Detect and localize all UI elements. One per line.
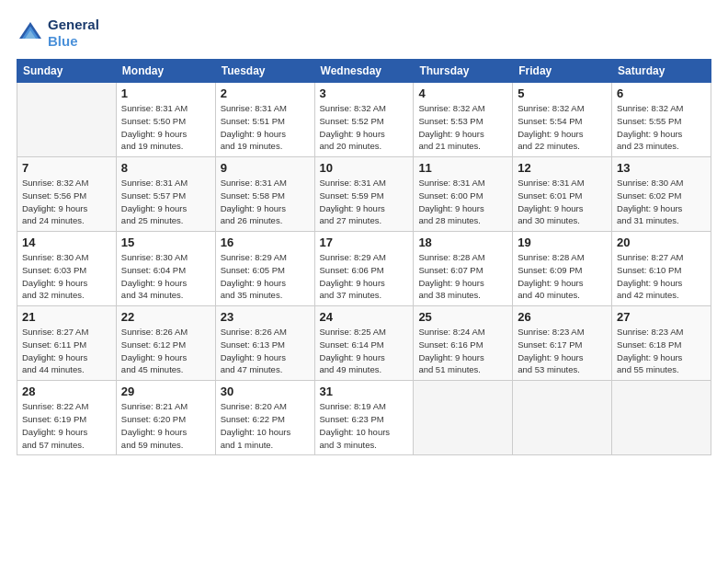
day-info: Sunrise: 8:23 AM Sunset: 6:17 PM Dayligh…: [518, 326, 607, 376]
calendar-cell: 30Sunrise: 8:20 AM Sunset: 6:22 PM Dayli…: [215, 381, 314, 455]
day-number: 12: [518, 161, 607, 175]
calendar-cell: 2Sunrise: 8:31 AM Sunset: 5:51 PM Daylig…: [215, 83, 314, 157]
day-info: Sunrise: 8:32 AM Sunset: 5:53 PM Dayligh…: [418, 102, 507, 153]
day-info: Sunrise: 8:21 AM Sunset: 6:20 PM Dayligh…: [121, 400, 210, 451]
calendar-cell: 25Sunrise: 8:24 AM Sunset: 6:16 PM Dayli…: [414, 306, 513, 381]
day-number: 18: [418, 236, 507, 249]
day-info: Sunrise: 8:30 AM Sunset: 6:03 PM Dayligh…: [22, 251, 111, 302]
page-container: General Blue SundayMondayTuesdayWednesda…: [0, 0, 728, 465]
day-info: Sunrise: 8:32 AM Sunset: 5:52 PM Dayligh…: [320, 102, 409, 153]
day-number: 5: [518, 86, 607, 100]
calendar-cell: 18Sunrise: 8:28 AM Sunset: 6:07 PM Dayli…: [414, 232, 513, 306]
calendar-cell: 10Sunrise: 8:31 AM Sunset: 5:59 PM Dayli…: [314, 157, 414, 232]
day-info: Sunrise: 8:27 AM Sunset: 6:10 PM Dayligh…: [617, 251, 706, 302]
day-number: 19: [518, 236, 607, 249]
calendar-header-row: SundayMondayTuesdayWednesdayThursdayFrid…: [17, 60, 711, 83]
day-number: 16: [221, 236, 310, 249]
day-number: 3: [320, 86, 409, 100]
day-number: 24: [320, 310, 409, 324]
column-header-friday: Friday: [513, 60, 612, 83]
calendar-cell: 1Sunrise: 8:31 AM Sunset: 5:50 PM Daylig…: [116, 83, 215, 157]
day-info: Sunrise: 8:25 AM Sunset: 6:14 PM Dayligh…: [320, 326, 409, 376]
day-number: 14: [22, 236, 111, 249]
calendar-cell: 27Sunrise: 8:23 AM Sunset: 6:18 PM Dayli…: [612, 306, 711, 381]
calendar-cell: 5Sunrise: 8:32 AM Sunset: 5:54 PM Daylig…: [513, 83, 612, 157]
calendar-table: SundayMondayTuesdayWednesdayThursdayFrid…: [17, 59, 711, 455]
day-info: Sunrise: 8:30 AM Sunset: 6:02 PM Dayligh…: [617, 177, 706, 227]
week-row-2: 7Sunrise: 8:32 AM Sunset: 5:56 PM Daylig…: [17, 157, 711, 232]
day-info: Sunrise: 8:32 AM Sunset: 5:55 PM Dayligh…: [617, 102, 706, 153]
day-number: 2: [221, 86, 310, 100]
day-number: 27: [617, 310, 706, 324]
day-number: 4: [418, 86, 507, 100]
week-row-3: 14Sunrise: 8:30 AM Sunset: 6:03 PM Dayli…: [17, 232, 711, 306]
day-number: 28: [22, 385, 111, 398]
day-info: Sunrise: 8:28 AM Sunset: 6:09 PM Dayligh…: [518, 251, 607, 302]
day-info: Sunrise: 8:31 AM Sunset: 5:51 PM Dayligh…: [221, 102, 310, 153]
calendar-cell: 3Sunrise: 8:32 AM Sunset: 5:52 PM Daylig…: [314, 83, 414, 157]
day-info: Sunrise: 8:30 AM Sunset: 6:04 PM Dayligh…: [121, 251, 210, 302]
calendar-cell: 21Sunrise: 8:27 AM Sunset: 6:11 PM Dayli…: [17, 306, 117, 381]
calendar-cell: 15Sunrise: 8:30 AM Sunset: 6:04 PM Dayli…: [116, 232, 215, 306]
day-number: 22: [121, 310, 210, 324]
calendar-cell: 13Sunrise: 8:30 AM Sunset: 6:02 PM Dayli…: [612, 157, 711, 232]
day-number: 23: [221, 310, 310, 324]
day-info: Sunrise: 8:31 AM Sunset: 5:59 PM Dayligh…: [320, 177, 409, 227]
day-info: Sunrise: 8:31 AM Sunset: 6:00 PM Dayligh…: [418, 177, 507, 227]
calendar-cell: 26Sunrise: 8:23 AM Sunset: 6:17 PM Dayli…: [513, 306, 612, 381]
day-info: Sunrise: 8:29 AM Sunset: 6:05 PM Dayligh…: [221, 251, 310, 302]
day-info: Sunrise: 8:32 AM Sunset: 5:54 PM Dayligh…: [518, 102, 607, 153]
day-info: Sunrise: 8:20 AM Sunset: 6:22 PM Dayligh…: [221, 400, 310, 451]
calendar-cell: [513, 381, 612, 455]
calendar-cell: 19Sunrise: 8:28 AM Sunset: 6:09 PM Dayli…: [513, 232, 612, 306]
day-number: 29: [121, 385, 210, 398]
logo-text: General Blue: [48, 17, 99, 50]
day-number: 25: [418, 310, 507, 324]
column-header-monday: Monday: [116, 60, 215, 83]
calendar-cell: 28Sunrise: 8:22 AM Sunset: 6:19 PM Dayli…: [17, 381, 117, 455]
week-row-5: 28Sunrise: 8:22 AM Sunset: 6:19 PM Dayli…: [17, 381, 711, 455]
logo: General Blue: [17, 17, 99, 50]
day-number: 11: [418, 161, 507, 175]
week-row-1: 1Sunrise: 8:31 AM Sunset: 5:50 PM Daylig…: [17, 83, 711, 157]
logo-icon: [17, 19, 44, 47]
day-info: Sunrise: 8:19 AM Sunset: 6:23 PM Dayligh…: [320, 400, 409, 451]
day-number: 30: [221, 385, 310, 398]
day-info: Sunrise: 8:31 AM Sunset: 5:58 PM Dayligh…: [221, 177, 310, 227]
day-info: Sunrise: 8:32 AM Sunset: 5:56 PM Dayligh…: [22, 177, 111, 227]
calendar-cell: 29Sunrise: 8:21 AM Sunset: 6:20 PM Dayli…: [116, 381, 215, 455]
calendar-cell: 23Sunrise: 8:26 AM Sunset: 6:13 PM Dayli…: [215, 306, 314, 381]
calendar-cell: 12Sunrise: 8:31 AM Sunset: 6:01 PM Dayli…: [513, 157, 612, 232]
calendar-cell: 31Sunrise: 8:19 AM Sunset: 6:23 PM Dayli…: [314, 381, 414, 455]
day-number: 31: [320, 385, 409, 398]
calendar-cell: 4Sunrise: 8:32 AM Sunset: 5:53 PM Daylig…: [414, 83, 513, 157]
day-number: 15: [121, 236, 210, 249]
day-info: Sunrise: 8:24 AM Sunset: 6:16 PM Dayligh…: [418, 326, 507, 376]
day-info: Sunrise: 8:31 AM Sunset: 5:57 PM Dayligh…: [121, 177, 210, 227]
calendar-cell: 17Sunrise: 8:29 AM Sunset: 6:06 PM Dayli…: [314, 232, 414, 306]
calendar-cell: 16Sunrise: 8:29 AM Sunset: 6:05 PM Dayli…: [215, 232, 314, 306]
day-info: Sunrise: 8:31 AM Sunset: 5:50 PM Dayligh…: [121, 102, 210, 153]
day-info: Sunrise: 8:31 AM Sunset: 6:01 PM Dayligh…: [518, 177, 607, 227]
day-info: Sunrise: 8:26 AM Sunset: 6:12 PM Dayligh…: [121, 326, 210, 376]
day-number: 26: [518, 310, 607, 324]
day-number: 20: [617, 236, 706, 249]
column-header-sunday: Sunday: [17, 60, 117, 83]
day-info: Sunrise: 8:29 AM Sunset: 6:06 PM Dayligh…: [320, 251, 409, 302]
calendar-cell: 20Sunrise: 8:27 AM Sunset: 6:10 PM Dayli…: [612, 232, 711, 306]
calendar-cell: [414, 381, 513, 455]
calendar-cell: 9Sunrise: 8:31 AM Sunset: 5:58 PM Daylig…: [215, 157, 314, 232]
day-number: 8: [121, 161, 210, 175]
week-row-4: 21Sunrise: 8:27 AM Sunset: 6:11 PM Dayli…: [17, 306, 711, 381]
day-number: 7: [22, 161, 111, 175]
day-number: 17: [320, 236, 409, 249]
calendar-cell: 14Sunrise: 8:30 AM Sunset: 6:03 PM Dayli…: [17, 232, 117, 306]
day-number: 21: [22, 310, 111, 324]
calendar-cell: 24Sunrise: 8:25 AM Sunset: 6:14 PM Dayli…: [314, 306, 414, 381]
column-header-saturday: Saturday: [612, 60, 711, 83]
day-info: Sunrise: 8:28 AM Sunset: 6:07 PM Dayligh…: [418, 251, 507, 302]
day-number: 13: [617, 161, 706, 175]
day-info: Sunrise: 8:22 AM Sunset: 6:19 PM Dayligh…: [22, 400, 111, 451]
day-number: 1: [121, 86, 210, 100]
column-header-thursday: Thursday: [414, 60, 513, 83]
